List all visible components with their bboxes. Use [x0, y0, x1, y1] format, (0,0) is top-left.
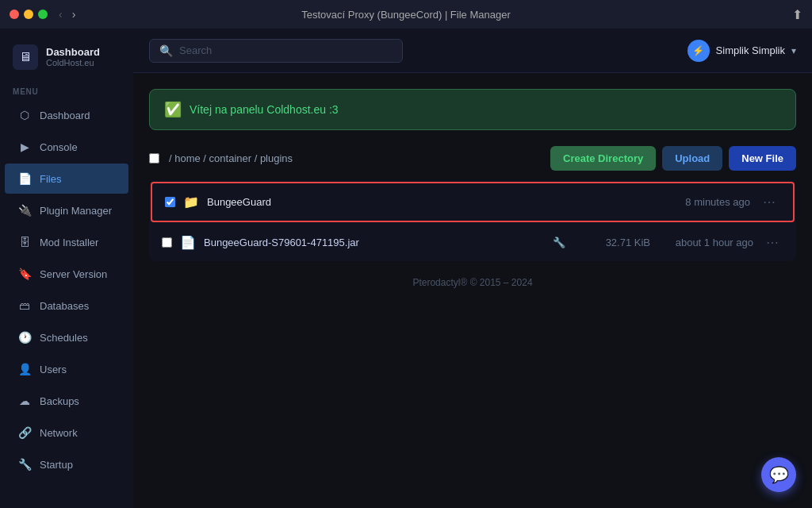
brand-logo-icon: 🖥 — [19, 50, 32, 64]
sidebar-item-console[interactable]: ▶ Console — [5, 132, 128, 162]
databases-icon: 🗃 — [17, 298, 32, 313]
search-box[interactable]: 🔍 — [149, 39, 403, 63]
sidebar-item-mod-installer[interactable]: 🗄 Mod Installer — [5, 227, 128, 257]
sidebar: 🖥 Dashboard ColdHost.eu MENU ⬡ Dashboard… — [0, 29, 133, 508]
discord-button[interactable]: 💬 — [761, 457, 796, 492]
brand-sub: ColdHost.eu — [46, 58, 100, 68]
page-content: ✅ Vítej na panelu Coldhost.eu :3 / home … — [133, 73, 812, 508]
title-bar: ‹ › Testovací Proxy (BungeeCord) | File … — [0, 0, 812, 29]
breadcrumb-path: / home / container / plugins — [169, 152, 293, 164]
sidebar-label-console: Console — [40, 141, 78, 153]
sidebar-item-network[interactable]: 🔗 Network — [5, 418, 128, 448]
console-icon: ▶ — [17, 140, 32, 154]
table-row: 📁 BungeeGuard 8 minutes ago ⋯ — [151, 182, 795, 222]
footer-text: Pterodactyl® © 2015 – 2024 — [412, 277, 532, 288]
discord-icon: 💬 — [769, 465, 789, 484]
minimize-button[interactable] — [24, 10, 33, 19]
select-all-checkbox[interactable] — [149, 153, 159, 164]
file-toolbar: / home / container / plugins Create Dire… — [149, 146, 796, 171]
maximize-button[interactable] — [38, 10, 48, 19]
upload-button[interactable]: Upload — [662, 146, 722, 171]
server-version-icon: 🔖 — [17, 267, 32, 281]
table-row: 📄 BungeeGuard-S79601-471195.jar 🔧 32.71 … — [149, 224, 796, 261]
sidebar-label-backups: Backups — [40, 395, 79, 407]
brand-name: Dashboard — [46, 46, 100, 59]
more-options-icon[interactable]: ⋯ — [758, 193, 780, 211]
breadcrumb: / home / container / plugins — [149, 152, 293, 164]
file-thumbnail: 🔧 — [539, 237, 579, 248]
file-name[interactable]: BungeeGuard — [207, 196, 576, 208]
sidebar-label-files: Files — [40, 173, 61, 185]
main-layout: 🖥 Dashboard ColdHost.eu MENU ⬡ Dashboard… — [0, 29, 812, 508]
menu-label: MENU — [0, 83, 133, 99]
sidebar-label-network: Network — [40, 427, 78, 439]
sidebar-item-files[interactable]: 📄 Files — [5, 164, 128, 194]
search-input[interactable] — [179, 44, 393, 56]
file-select-checkbox[interactable] — [162, 237, 172, 248]
startup-icon: 🔧 — [17, 457, 32, 471]
more-options-icon[interactable]: ⋯ — [761, 233, 783, 252]
sidebar-item-databases[interactable]: 🗃 Databases — [5, 291, 128, 321]
sidebar-item-server-version[interactable]: 🔖 Server Version — [5, 259, 128, 289]
user-name: Simplik Simplik — [716, 44, 785, 56]
file-list: 📁 BungeeGuard 8 minutes ago ⋯ 📄 BungeeGu… — [149, 180, 796, 261]
mod-installer-icon: 🗄 — [17, 235, 32, 249]
sidebar-label-plugin-manager: Plugin Manager — [40, 205, 112, 217]
avatar-icon: ⚡ — [692, 45, 704, 56]
close-button[interactable] — [10, 10, 19, 19]
window-title: Testovací Proxy (BungeeCord) | File Mana… — [301, 9, 511, 21]
search-icon: 🔍 — [159, 44, 173, 57]
network-icon: 🔗 — [17, 425, 32, 440]
page-footer: Pterodactyl® © 2015 – 2024 — [149, 277, 796, 296]
sidebar-label-dashboard: Dashboard — [40, 110, 90, 121]
new-file-button[interactable]: New File — [729, 146, 796, 171]
sidebar-item-plugin-manager[interactable]: 🔌 Plugin Manager — [5, 195, 128, 225]
files-icon: 📄 — [17, 171, 32, 186]
chevron-down-icon: ▾ — [791, 45, 796, 56]
check-circle-icon: ✅ — [164, 101, 182, 118]
sidebar-label-users: Users — [40, 364, 67, 375]
sidebar-label-server-version: Server Version — [40, 268, 107, 280]
create-directory-button[interactable]: Create Directory — [550, 146, 656, 171]
sidebar-label-startup: Startup — [40, 459, 73, 471]
dashboard-icon: ⬡ — [17, 108, 32, 122]
file-name[interactable]: BungeeGuard-S79601-471195.jar — [204, 237, 531, 248]
sidebar-label-schedules: Schedules — [40, 332, 88, 344]
sidebar-item-dashboard[interactable]: ⬡ Dashboard — [5, 100, 128, 130]
brand-text: Dashboard ColdHost.eu — [46, 46, 100, 69]
file-actions: Create Directory Upload New File — [550, 146, 796, 171]
file-date: 8 minutes ago — [655, 196, 750, 208]
sidebar-item-schedules[interactable]: 🕐 Schedules — [5, 322, 128, 352]
sidebar-label-mod-installer: Mod Installer — [40, 237, 98, 248]
avatar: ⚡ — [688, 40, 710, 62]
file-size: 32.71 KiB — [587, 237, 650, 248]
folder-icon: 📁 — [183, 194, 199, 210]
file-select-checkbox[interactable] — [165, 197, 175, 207]
backups-icon: ☁ — [17, 394, 32, 408]
users-icon: 👤 — [17, 362, 32, 376]
back-button[interactable]: ‹ — [56, 6, 66, 22]
top-bar: 🔍 ⚡ Simplik Simplik ▾ — [133, 29, 812, 73]
forward-button[interactable]: › — [69, 6, 79, 22]
share-icon[interactable]: ⬆ — [792, 7, 802, 22]
jar-file-icon: 📄 — [180, 235, 196, 250]
schedules-icon: 🕐 — [17, 330, 32, 344]
window-controls[interactable] — [10, 10, 48, 19]
sidebar-item-users[interactable]: 👤 Users — [5, 354, 128, 384]
user-menu[interactable]: ⚡ Simplik Simplik ▾ — [688, 40, 796, 62]
sidebar-item-startup[interactable]: 🔧 Startup — [5, 449, 128, 479]
sidebar-label-databases: Databases — [40, 300, 89, 312]
brand: 🖥 Dashboard ColdHost.eu — [0, 35, 133, 83]
plugin-manager-icon: 🔌 — [17, 203, 32, 217]
welcome-text: Vítej na panelu Coldhost.eu :3 — [190, 103, 339, 116]
file-date: about 1 hour ago — [658, 237, 753, 248]
sidebar-item-backups[interactable]: ☁ Backups — [5, 386, 128, 416]
welcome-banner: ✅ Vítej na panelu Coldhost.eu :3 — [149, 89, 796, 130]
navigation-controls[interactable]: ‹ › — [56, 6, 79, 22]
content-area: 🔍 ⚡ Simplik Simplik ▾ ✅ Vítej na panelu … — [133, 29, 812, 508]
brand-logo: 🖥 — [13, 44, 38, 70]
